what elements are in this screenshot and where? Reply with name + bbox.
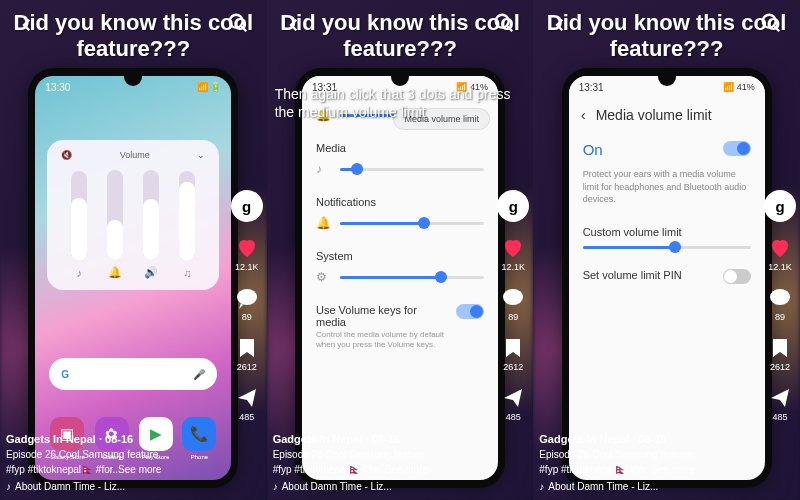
volume-bars: ♪ 🔔 🔊 ♫ (61, 170, 205, 287)
frame-1-home: Did you know this cool feature??? 13:30 … (0, 0, 267, 500)
caption-line-1: Episode 26 Cool Samsung feature. (539, 447, 750, 462)
system-icon: ⚙ (316, 270, 330, 284)
volume-panel-header: 🔇 Volume ⌄ (61, 150, 205, 160)
music-row[interactable]: ♪ About Damn Time - Liz... (273, 479, 484, 494)
volume-panel[interactable]: 🔇 Volume ⌄ ♪ 🔔 🔊 (47, 140, 219, 290)
volume-label: Volume (120, 150, 150, 160)
back-icon[interactable]: ‹ (581, 106, 586, 123)
system-bar[interactable]: ♫ (179, 171, 195, 279)
custom-limit-row: Custom volume limit (569, 216, 765, 259)
video-instruction-text: Then again click that 3 dots and press t… (275, 85, 526, 121)
share-count: 485 (506, 412, 521, 422)
volume-keys-title: Use Volume keys for media (316, 304, 446, 328)
ringtone-bar[interactable]: ♪ (71, 171, 87, 279)
on-label: On (583, 141, 713, 158)
like-button[interactable]: 12.1K (235, 236, 259, 272)
phone-screen-home: 13:30 📶 🔋 🔇 Volume ⌄ ♪ 🔔 (35, 76, 231, 480)
save-button[interactable]: 2612 (501, 336, 525, 372)
svg-point-1 (237, 289, 257, 305)
system-label: System (316, 250, 484, 262)
creator-avatar[interactable]: g (231, 190, 263, 222)
media-bar[interactable]: 🔔 (107, 170, 123, 279)
search-icon[interactable] (227, 12, 249, 34)
username-row[interactable]: Gadgets In Nepal · 08-16 (273, 431, 484, 448)
caption-line-2[interactable]: #fyp #tiktoknepal🇳🇵 #for..See more (539, 462, 750, 477)
notif-bar[interactable]: 🔊 (143, 170, 159, 279)
creator-avatar[interactable]: g (497, 190, 529, 222)
mic-icon[interactable]: 🎤 (193, 369, 205, 380)
media-icon: ♪ (316, 162, 330, 176)
share-count: 485 (772, 412, 787, 422)
creator-avatar[interactable]: g (764, 190, 796, 222)
volume-keys-media-row[interactable]: Use Volume keys for media Control the me… (302, 294, 498, 361)
svg-point-5 (770, 289, 790, 305)
media-volume-limit-page: 13:31 📶 41% ‹ Media volume limit On Prot… (569, 76, 765, 480)
comment-button[interactable]: 89 (501, 286, 525, 322)
caption-line-2[interactable]: #fyp #tiktoknepal🇳🇵 #for..See more (6, 462, 217, 477)
mvl-description: Protect your ears with a media volume li… (569, 168, 765, 216)
mvl-on-row[interactable]: On (569, 131, 765, 168)
tiktok-back-icon[interactable] (18, 16, 36, 34)
system-row: System ⚙ (302, 240, 498, 294)
like-button[interactable]: 12.1K (501, 236, 525, 272)
share-button[interactable]: 485 (768, 386, 792, 422)
bell-icon: 🔔 (108, 266, 122, 279)
music-row[interactable]: ♪ About Damn Time - Liz... (6, 479, 217, 494)
comment-count: 89 (242, 312, 252, 322)
caption-line-1: Episode 26 Cool Samsung feature. (273, 447, 484, 462)
save-button[interactable]: 2612 (235, 336, 259, 372)
like-button[interactable]: 12.1K (768, 236, 792, 272)
mute-icon[interactable]: 🔇 (61, 150, 72, 160)
like-count: 12.1K (502, 262, 526, 272)
save-count: 2612 (503, 362, 523, 372)
svg-point-4 (763, 15, 776, 28)
mvl-title: Media volume limit (596, 107, 712, 123)
google-search-bar[interactable]: G 🎤 (49, 358, 217, 390)
pin-row[interactable]: Set volume limit PIN (569, 259, 765, 294)
phone-screen-sound-settings: 13:31 📶 41% Media volume limit 🔔 Media (302, 76, 498, 480)
comment-count: 89 (508, 312, 518, 322)
tiktok-caption-area: Gadgets In Nepal · 08-16 Episode 26 Cool… (6, 431, 217, 495)
phone-mockup: 13:30 📶 🔋 🔇 Volume ⌄ ♪ 🔔 (28, 68, 238, 488)
comment-button[interactable]: 89 (768, 286, 792, 322)
status-time: 13:31 (579, 82, 604, 93)
share-button[interactable]: 485 (235, 386, 259, 422)
like-count: 12.1K (768, 262, 792, 272)
media-slider[interactable] (340, 168, 484, 171)
pin-switch[interactable] (723, 269, 751, 284)
status-time: 13:30 (45, 82, 70, 93)
comment-count: 89 (775, 312, 785, 322)
expand-icon[interactable]: ⌄ (197, 150, 205, 160)
tiktok-back-icon[interactable] (285, 16, 303, 34)
music-row[interactable]: ♪ About Damn Time - Liz... (539, 479, 750, 494)
share-count: 485 (239, 412, 254, 422)
ringtone-icon: ♪ (77, 267, 83, 279)
search-icon[interactable] (493, 12, 515, 34)
mvl-header: ‹ Media volume limit (569, 98, 765, 131)
mvl-on-switch[interactable] (723, 141, 751, 156)
system-slider[interactable] (340, 276, 484, 279)
notif-icon: 🔔 (316, 216, 330, 230)
volume-keys-switch[interactable] (456, 304, 484, 319)
speaker-icon: 🔊 (144, 266, 158, 279)
custom-limit-slider[interactable] (583, 246, 751, 249)
username-row[interactable]: Gadgets In Nepal · 08-16 (6, 431, 217, 448)
tiktok-caption-area: Gadgets In Nepal · 08-16 Episode 26 Cool… (273, 431, 484, 495)
google-logo: G (61, 369, 69, 380)
notifications-slider[interactable] (340, 222, 484, 225)
share-button[interactable]: 485 (501, 386, 525, 422)
username-row[interactable]: Gadgets In Nepal · 08-16 (539, 431, 750, 448)
media-label: Media (316, 142, 484, 154)
volume-keys-desc: Control the media volume by default when… (316, 330, 446, 351)
caption-line-1: Episode 26 Cool Samsung feature. (6, 447, 217, 462)
comment-button[interactable]: 89 (235, 286, 259, 322)
phone-mockup: 13:31 📶 41% Media volume limit 🔔 Media (295, 68, 505, 488)
save-button[interactable]: 2612 (768, 336, 792, 372)
tiktok-back-icon[interactable] (551, 16, 569, 34)
tiktok-sidebar: g 12.1K 89 2612 485 (497, 190, 529, 422)
sound-settings-page: 13:31 📶 41% Media volume limit 🔔 Media (302, 76, 498, 480)
status-icons: 📶 🔋 (197, 82, 222, 92)
search-icon[interactable] (760, 12, 782, 34)
caption-line-2[interactable]: #fyp #tiktoknepal🇳🇵 #for..See more (273, 462, 484, 477)
music-note-icon: ♪ (273, 479, 278, 494)
